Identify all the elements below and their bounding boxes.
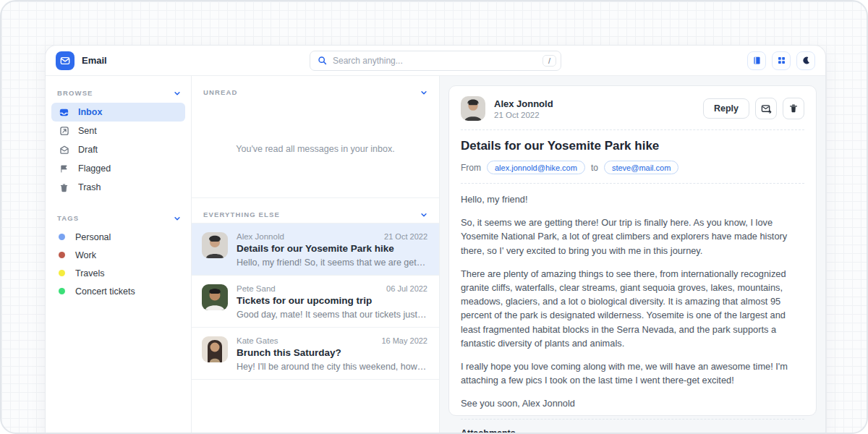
detail-header: Alex Jonnold 21 Oct 2022 Reply <box>461 96 804 121</box>
inbox-icon <box>59 107 69 118</box>
search-icon <box>318 56 327 65</box>
sidebar-item-sent[interactable]: Sent <box>51 122 185 140</box>
mail-preview: Hello, my friend! So, it seems that we a… <box>237 258 427 268</box>
tag-dot <box>59 252 65 258</box>
mail-preview: Hey! I'll be around the city this weeken… <box>237 362 427 372</box>
search-box[interactable]: / <box>310 51 561 71</box>
search-shortcut-badge: / <box>542 55 556 67</box>
reply-button[interactable]: Reply <box>703 98 749 119</box>
mail-sender: Alex Jonnold <box>237 232 284 241</box>
tag-dot <box>59 288 65 294</box>
delete-button[interactable] <box>783 98 804 119</box>
sidebar-item-label: Inbox <box>78 107 102 117</box>
tag-item-work[interactable]: Work <box>51 246 185 264</box>
flag-icon <box>59 164 69 174</box>
browse-section-header[interactable]: BROWSE <box>51 82 185 103</box>
tag-item-personal[interactable]: Personal <box>51 228 185 246</box>
unread-section-header[interactable]: UNREAD <box>192 76 439 101</box>
tag-label: Travels <box>75 268 105 278</box>
from-to-row: From alex.jonnold@hike.com to steve@mail… <box>461 161 804 174</box>
email-paragraph: So, it seems we are getting there! Our t… <box>461 216 804 258</box>
apps-grid-icon <box>777 56 786 65</box>
avatar <box>202 232 228 258</box>
email-paragraph: Hello, my friend! <box>461 192 804 206</box>
detail-actions: Reply <box>703 98 804 119</box>
email-app-window: Email / <box>45 45 826 434</box>
mail-date: 21 Oct 2022 <box>384 232 427 241</box>
forward-button[interactable] <box>755 98 777 119</box>
sidebar-item-label: Trash <box>78 182 101 192</box>
forward-mail-icon <box>761 103 772 114</box>
mail-item-body: Alex Jonnold 21 Oct 2022 Details for our… <box>237 232 427 268</box>
divider <box>461 183 804 184</box>
email-paragraph: There are plenty of amazing things to se… <box>461 267 804 350</box>
attachments-label: Attachments <box>461 428 804 434</box>
draft-icon <box>59 145 69 155</box>
mail-list-item-pete[interactable]: Pete Sand 06 Jul 2022 Tickets for our up… <box>192 276 439 328</box>
unread-empty-message: You've read all messages in your inbox. <box>192 101 439 198</box>
mail-subject: Details for our Yosemite Park hike <box>237 243 427 254</box>
search-input[interactable] <box>333 56 537 66</box>
main-content: BROWSE Inbox Sent <box>46 76 825 434</box>
divider <box>461 419 804 420</box>
detail-sender-block: Alex Jonnold 21 Oct 2022 <box>494 98 703 119</box>
sidebar-item-draft[interactable]: Draft <box>51 140 185 159</box>
tag-item-concert-tickets[interactable]: Concert tickets <box>51 282 185 300</box>
mail-list-item-alex[interactable]: Alex Jonnold 21 Oct 2022 Details for our… <box>192 223 439 276</box>
app-title: Email <box>82 55 107 66</box>
avatar <box>202 284 228 310</box>
tag-label: Personal <box>75 232 111 242</box>
avatar <box>202 336 228 362</box>
everything-else-label: EVERYTHING ELSE <box>203 210 280 218</box>
from-label: From <box>461 163 481 173</box>
mail-preview: Good day, mate! It seems that our ticket… <box>237 310 427 320</box>
desktop-background: Email / <box>0 0 868 434</box>
tag-dot <box>59 234 65 240</box>
mail-date: 06 Jul 2022 <box>386 284 427 293</box>
sidebar-item-trash[interactable]: Trash <box>51 178 185 197</box>
mail-date: 16 May 2022 <box>381 336 427 345</box>
trash-icon <box>59 183 69 192</box>
browse-label: BROWSE <box>57 89 93 97</box>
notebook-button[interactable] <box>747 51 766 70</box>
apps-grid-button[interactable] <box>772 51 791 70</box>
tag-label: Work <box>75 250 96 260</box>
mail-item-body: Pete Sand 06 Jul 2022 Tickets for our up… <box>237 284 427 320</box>
mail-sender: Pete Sand <box>237 284 276 293</box>
to-email-chip[interactable]: steve@mail.com <box>604 161 678 174</box>
chevron-down-icon[interactable] <box>174 90 181 97</box>
sidebar-item-inbox[interactable]: Inbox <box>51 103 185 122</box>
chevron-down-icon[interactable] <box>174 215 181 222</box>
sidebar-item-flagged[interactable]: Flagged <box>51 159 185 178</box>
email-paragraph: I really hope you love coming along with… <box>461 359 804 387</box>
mail-list-item-kate[interactable]: Kate Gates 16 May 2022 Brunch this Satur… <box>192 328 439 380</box>
email-detail-card: Alex Jonnold 21 Oct 2022 Reply <box>448 85 817 416</box>
tags-section-header[interactable]: TAGS <box>51 207 185 228</box>
mail-subject: Brunch this Saturday? <box>237 347 427 358</box>
sidebar: BROWSE Inbox Sent <box>46 76 192 434</box>
tag-dot <box>59 270 65 276</box>
app-brand: Email <box>56 51 192 70</box>
sidebar-item-label: Flagged <box>78 163 111 174</box>
everything-else-section-header[interactable]: EVERYTHING ELSE <box>192 198 439 223</box>
email-paragraph: See you soon, Alex Jonnold <box>461 396 804 410</box>
detail-date: 21 Oct 2022 <box>494 111 703 119</box>
dark-mode-toggle[interactable] <box>796 51 815 70</box>
from-email-chip[interactable]: alex.jonnold@hike.com <box>487 161 585 174</box>
mail-item-body: Kate Gates 16 May 2022 Brunch this Satur… <box>237 336 427 372</box>
tag-item-travels[interactable]: Travels <box>51 264 185 282</box>
chevron-down-icon[interactable] <box>420 211 427 218</box>
detail-sender-name: Alex Jonnold <box>494 98 703 109</box>
chevron-down-icon[interactable] <box>420 89 427 96</box>
search-area: / <box>192 51 679 71</box>
email-body: Hello, my friend! So, it seems we are ge… <box>461 192 804 410</box>
notebook-icon <box>752 56 762 65</box>
moon-icon <box>801 56 811 65</box>
tag-label: Concert tickets <box>75 286 135 297</box>
sidebar-item-label: Draft <box>78 145 98 155</box>
unread-label: UNREAD <box>203 88 237 96</box>
tags-label: TAGS <box>57 214 79 222</box>
trash-icon <box>788 103 799 114</box>
sidebar-item-label: Sent <box>78 126 97 136</box>
avatar <box>461 96 485 121</box>
